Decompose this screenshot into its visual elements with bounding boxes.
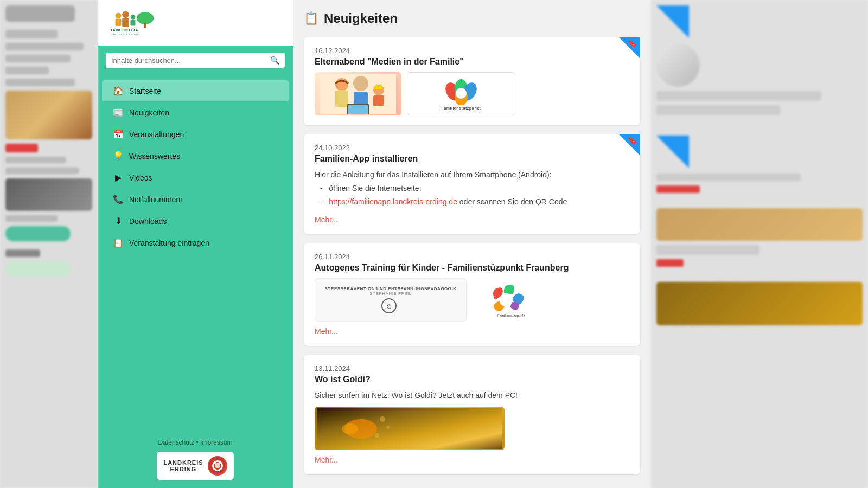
svg-rect-19 bbox=[373, 95, 384, 106]
stress-subtitle: STEPHANIE PFEIL bbox=[369, 291, 411, 296]
nav-label-veranstaltung-eintragen: Veranstaltung eintragen bbox=[129, 239, 209, 247]
card-2-title: Familien-App installieren bbox=[315, 154, 629, 164]
search-box[interactable]: 🔍 bbox=[106, 53, 285, 68]
sidebar-search-area: 🔍 bbox=[98, 46, 293, 74]
svg-point-32 bbox=[342, 423, 358, 434]
bookmark-icon-2: 🔖 bbox=[628, 136, 637, 145]
landkreis-logo: LANDKREIS ERDING bbox=[157, 452, 233, 480]
nav-label-videos: Videos bbox=[129, 174, 152, 182]
card-4-images bbox=[315, 407, 629, 450]
news-card-3: 26.11.2024 Autogenes Training für Kinder… bbox=[304, 243, 640, 346]
card-2-intro: Hier die Anleitung für das Installieren … bbox=[315, 169, 629, 181]
card-2-body: Hier die Anleitung für das Installieren … bbox=[315, 169, 629, 208]
card-1-fstutz-image: Familienstützpunkt bbox=[407, 72, 515, 115]
stress-title: STRESSPRÄVENTION UND ENTSPANNUNGSPÄDAGOG… bbox=[324, 286, 456, 291]
news-icon: 📰 bbox=[113, 107, 124, 118]
card-4-goldi-image bbox=[315, 407, 505, 450]
info-icon: 💡 bbox=[113, 151, 124, 161]
calendar-icon: 📅 bbox=[113, 129, 124, 139]
card-3-title: Autogenes Training für Kinder - Familien… bbox=[315, 263, 629, 273]
card-3-date: 26.11.2024 bbox=[315, 253, 629, 261]
svg-point-6 bbox=[137, 12, 154, 24]
svg-rect-21 bbox=[348, 105, 368, 114]
news-card-4: 13.11.2024 Wo ist Goldi? Sicher surfen i… bbox=[304, 355, 640, 474]
card-2-item-2: - https://familienapp.landkreis-erding.d… bbox=[320, 196, 629, 208]
card-4-more[interactable]: Mehr... bbox=[315, 455, 338, 464]
svg-point-18 bbox=[373, 85, 384, 95]
add-event-icon: 📋 bbox=[113, 237, 124, 248]
nav-label-downloads: Downloads bbox=[129, 217, 167, 226]
svg-text:FAMILIENLEBEN: FAMILIENLEBEN bbox=[111, 28, 139, 32]
card-3-stress-image: STRESSPRÄVENTION UND ENTSPANNUNGSPÄDAGOG… bbox=[315, 278, 467, 322]
svg-text:Familienstützpunkt: Familienstützpunkt bbox=[497, 313, 525, 317]
card-3-images: STRESSPRÄVENTION UND ENTSPANNUNGSPÄDAGOG… bbox=[315, 278, 629, 322]
sidebar-item-notfallnummern[interactable]: 📞 Notfallnummern bbox=[102, 189, 289, 210]
card-2-date: 24.10.2022 bbox=[315, 144, 629, 152]
card-2-more[interactable]: Mehr... bbox=[315, 215, 338, 224]
svg-point-28 bbox=[499, 293, 513, 307]
sidebar-item-veranstaltungen[interactable]: 📅 Veranstaltungen bbox=[102, 124, 289, 145]
home-icon: 🏠 bbox=[113, 86, 124, 96]
card-1-title: Elternabend "Medien in der Familie" bbox=[315, 57, 629, 67]
svg-point-34 bbox=[386, 426, 390, 429]
svg-point-4 bbox=[131, 15, 136, 20]
card-1-images: Familienstützpunkt bbox=[315, 72, 629, 115]
card-4-date: 13.11.2024 bbox=[315, 364, 629, 373]
phone-icon: 📞 bbox=[113, 194, 124, 204]
sidebar-item-videos[interactable]: ▶ Videos bbox=[102, 167, 289, 188]
download-icon: ⬇ bbox=[113, 216, 124, 226]
card-1-fstutz-inner: Familienstützpunkt bbox=[439, 78, 483, 110]
sidebar-logo-area: FAMILIENLEBEN LANDKREIS ERDING bbox=[98, 0, 293, 46]
sidebar: FAMILIENLEBEN LANDKREIS ERDING 🔍 🏠 Start… bbox=[98, 0, 293, 488]
svg-text:LANDKREIS ERDING: LANDKREIS ERDING bbox=[111, 33, 141, 36]
news-card-2: 🔖 24.10.2022 Familien-App installieren H… bbox=[304, 134, 640, 234]
search-icon: 🔍 bbox=[270, 56, 279, 65]
page-title-row: 📋 Neuigkeiten bbox=[304, 11, 640, 26]
svg-point-27 bbox=[456, 88, 467, 99]
footer-links[interactable]: Datenschutz • Impressum bbox=[158, 439, 233, 446]
svg-point-35 bbox=[375, 433, 379, 438]
nav-menu: 🏠 Startseite 📰 Neuigkeiten 📅 Veranstaltu… bbox=[98, 74, 293, 431]
svg-point-16 bbox=[353, 76, 368, 91]
card-2-item-1: - öffnen Sie die Internetseite: bbox=[320, 183, 629, 194]
app-logo-icon: FAMILIENLEBEN LANDKREIS ERDING bbox=[108, 8, 157, 38]
news-card-1: 🔖 16.12.2024 Elternabend "Medien in der … bbox=[304, 37, 640, 125]
sidebar-footer: Datenschutz • Impressum LANDKREIS ERDING bbox=[98, 431, 293, 488]
card-4-intro: Sicher surfen im Netz: Wo ist Goldi? Jet… bbox=[315, 390, 629, 401]
card-1-family-image bbox=[315, 72, 401, 115]
nav-label-wissenswertes: Wissenswertes bbox=[129, 152, 180, 160]
sidebar-item-veranstaltung-eintragen[interactable]: 📋 Veranstaltung eintragen bbox=[102, 232, 289, 253]
nav-label-notfallnummern: Notfallnummern bbox=[129, 195, 183, 204]
sidebar-item-downloads[interactable]: ⬇ Downloads bbox=[102, 210, 289, 232]
page-title-icon: 📋 bbox=[304, 11, 318, 25]
page-title: Neuigkeiten bbox=[324, 11, 398, 26]
main-content: 📋 Neuigkeiten 🔖 16.12.2024 Elternabend "… bbox=[293, 0, 651, 488]
svg-point-33 bbox=[380, 416, 385, 422]
video-icon: ▶ bbox=[113, 172, 124, 183]
nav-label-startseite: Startseite bbox=[129, 87, 161, 95]
card-2-link[interactable]: https://familienapp.landkreis-erding.de bbox=[329, 197, 457, 206]
nav-label-neuigkeiten: Neuigkeiten bbox=[129, 108, 169, 117]
svg-rect-7 bbox=[144, 23, 146, 28]
svg-point-0 bbox=[116, 13, 122, 19]
stress-graphic: ◎ bbox=[381, 298, 400, 313]
sidebar-item-startseite[interactable]: 🏠 Startseite bbox=[102, 80, 289, 101]
landkreis-badge-icon bbox=[208, 456, 227, 476]
svg-rect-13 bbox=[215, 463, 220, 468]
svg-rect-5 bbox=[131, 20, 136, 25]
svg-point-2 bbox=[122, 11, 129, 18]
sidebar-item-wissenswertes[interactable]: 💡 Wissenswertes bbox=[102, 145, 289, 166]
card-1-date: 16.12.2024 bbox=[315, 47, 629, 55]
nav-label-veranstaltungen: Veranstaltungen bbox=[129, 130, 184, 139]
svg-rect-3 bbox=[122, 18, 129, 27]
svg-rect-1 bbox=[116, 18, 122, 26]
search-input[interactable] bbox=[111, 56, 267, 65]
card-3-fstutz-image: Familienstützpunkt bbox=[472, 278, 537, 322]
card-4-body: Sicher surfen im Netz: Wo ist Goldi? Jet… bbox=[315, 390, 629, 401]
card-4-title: Wo ist Goldi? bbox=[315, 375, 629, 384]
bookmark-icon-1: 🔖 bbox=[628, 39, 637, 48]
card-3-more[interactable]: Mehr... bbox=[315, 327, 338, 336]
left-blurred-panel bbox=[0, 0, 98, 488]
sidebar-item-neuigkeiten[interactable]: 📰 Neuigkeiten bbox=[102, 102, 289, 123]
stress-circle-icon: ◎ bbox=[381, 298, 397, 313]
